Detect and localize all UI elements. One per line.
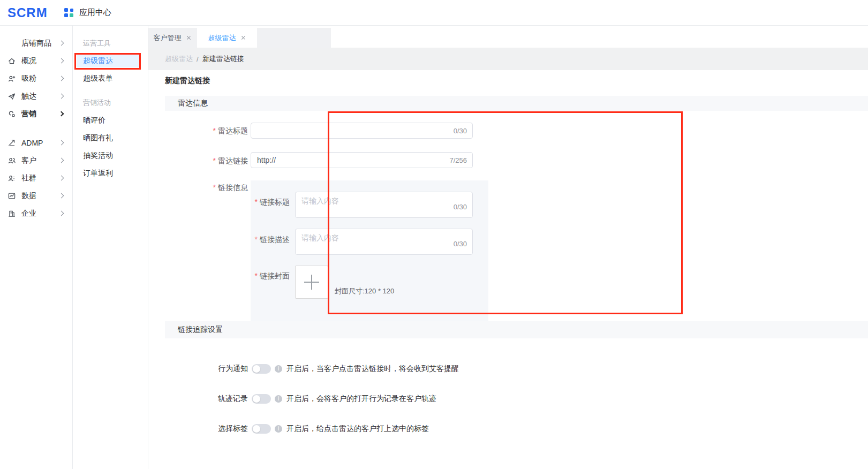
behavior-notice-toggle[interactable]	[252, 364, 271, 374]
breadcrumb-current: 新建雷达链接	[202, 54, 244, 64]
breadcrumb-separator: /	[197, 55, 199, 63]
tool-item-photo-reward[interactable]: 晒图有礼	[77, 131, 141, 144]
home-icon	[7, 57, 16, 65]
chevron-right-icon	[59, 41, 64, 46]
radar-link-field: 7/256	[251, 152, 473, 168]
app-grid-icon[interactable]	[64, 8, 73, 17]
tool-item-lucky-draw[interactable]: 抽奖活动	[77, 149, 141, 162]
field-label-radar-link: *雷达链接	[180, 156, 248, 166]
chevron-right-icon	[59, 76, 64, 81]
sidebar-item-enterprise[interactable]: 企业	[0, 205, 73, 222]
field-label-link-title: *链接标题	[236, 198, 290, 207]
tracking-row-select-tag: 选择标签 i 开启后，给点击雷达的客户打上选中的标签	[148, 423, 684, 435]
link-desc-field[interactable]: 请输入内容 0/30	[295, 229, 473, 255]
track-record-toggle[interactable]	[252, 394, 271, 404]
group-label-marketing-activities: 营销活动	[83, 97, 111, 108]
sidebar-item-data[interactable]: 数据	[0, 187, 73, 205]
share-network-icon	[7, 110, 16, 118]
line-chart-icon	[7, 192, 16, 200]
chevron-right-icon	[59, 94, 64, 99]
sidebar-item-shop-goods[interactable]: 店铺商品	[0, 34, 73, 52]
char-counter: 0/30	[454, 127, 467, 135]
sidebar-item-reach[interactable]: 触达	[0, 87, 73, 105]
admp-icon	[7, 139, 16, 147]
required-mark: *	[255, 271, 258, 280]
users-icon	[7, 156, 16, 165]
primary-sidebar: 店铺商品 概况 吸粉 触达 营销 ADMP 客户 社群 数据	[0, 26, 73, 469]
placeholder-text: 请输入内容	[301, 233, 339, 243]
chevron-right-icon	[59, 58, 64, 64]
sidebar-item-attract-fans[interactable]: 吸粉	[0, 70, 73, 87]
info-icon: i	[275, 365, 282, 373]
tool-item-super-form[interactable]: 超级表单	[77, 72, 141, 85]
info-icon: i	[275, 425, 282, 433]
chevron-right-icon	[59, 193, 64, 199]
radar-title-field: 0/30	[251, 123, 473, 139]
breadcrumb: 超级雷达 / 新建雷达链接	[148, 48, 868, 70]
main-content: 客户管理 超级雷达 超级雷达 / 新建雷达链接 新建雷达链接 雷达信息 *雷达标…	[148, 26, 868, 469]
field-label-link-info: *链接信息	[180, 183, 248, 193]
cover-upload-box[interactable]	[295, 266, 328, 299]
required-mark: *	[213, 156, 216, 165]
sidebar-item-community[interactable]: 社群	[0, 169, 73, 187]
tools-sidebar: 运营工具 超级雷达 超级表单 营销活动 晒评价 晒图有礼 抽奖活动 订单返利	[73, 26, 148, 469]
tab-bar: 客户管理 超级雷达	[148, 28, 331, 48]
link-title-field[interactable]: 请输入内容 0/30	[295, 192, 473, 218]
chevron-right-icon	[59, 140, 64, 146]
building-icon	[7, 209, 16, 218]
char-counter: 7/256	[449, 156, 467, 164]
breadcrumb-parent[interactable]: 超级雷达	[165, 54, 193, 64]
close-icon[interactable]	[186, 35, 191, 40]
group-label-operation-tools: 运营工具	[83, 38, 111, 49]
sidebar-item-customers[interactable]: 客户	[0, 152, 73, 169]
required-mark: *	[213, 183, 216, 192]
chevron-right-icon	[59, 158, 64, 163]
tool-item-order-rebate[interactable]: 订单返利	[77, 167, 141, 179]
paper-plane-icon	[7, 92, 16, 101]
sidebar-item-admp[interactable]: ADMP	[0, 134, 73, 152]
sidebar-item-marketing[interactable]: 营销	[0, 105, 73, 123]
char-counter: 0/30	[454, 203, 467, 211]
field-label-radar-title: *雷达标题	[180, 126, 248, 136]
tracking-row-behavior-notice: 行为通知 i 开启后，当客户点击雷达链接时，将会收到艾客提醒	[148, 363, 684, 375]
select-tag-toggle[interactable]	[252, 424, 271, 434]
required-mark: *	[255, 235, 258, 244]
app-center-label[interactable]: 应用中心	[79, 7, 111, 18]
required-mark: *	[213, 126, 216, 135]
chevron-right-icon	[59, 111, 64, 117]
chevron-right-icon	[59, 176, 64, 181]
tool-item-super-radar[interactable]: 超级雷达	[77, 54, 141, 67]
top-bar: SCRM 应用中心	[0, 0, 868, 26]
close-icon[interactable]	[241, 35, 246, 40]
tracking-row-track-record: 轨迹记录 i 开启后，会将客户的打开行为记录在客户轨迹	[148, 393, 684, 405]
field-label-link-desc: *链接描述	[236, 235, 290, 245]
plus-icon	[304, 275, 319, 290]
community-icon	[7, 174, 16, 183]
tool-item-review-show[interactable]: 晒评价	[77, 114, 141, 126]
section-header-link-tracking: 链接追踪设置	[165, 321, 868, 338]
section-header-radar-info: 雷达信息	[165, 96, 868, 111]
cover-size-hint: 封面尺寸:120 * 120	[335, 286, 394, 296]
tab-customer-management[interactable]: 客户管理	[148, 28, 197, 48]
sidebar-item-overview[interactable]: 概况	[0, 52, 73, 70]
tab-super-radar[interactable]: 超级雷达	[197, 28, 257, 48]
info-icon: i	[275, 395, 282, 403]
scrm-logo: SCRM	[7, 5, 59, 20]
user-plus-icon	[7, 74, 16, 83]
page-title: 新建雷达链接	[165, 76, 210, 86]
field-label-link-cover: *链接封面	[236, 271, 290, 281]
radar-link-input[interactable]	[251, 153, 472, 168]
chevron-right-icon	[59, 211, 64, 216]
placeholder-text: 请输入内容	[301, 196, 339, 206]
char-counter: 0/30	[454, 240, 467, 248]
radar-title-input[interactable]	[251, 123, 472, 138]
required-mark: *	[255, 198, 258, 206]
